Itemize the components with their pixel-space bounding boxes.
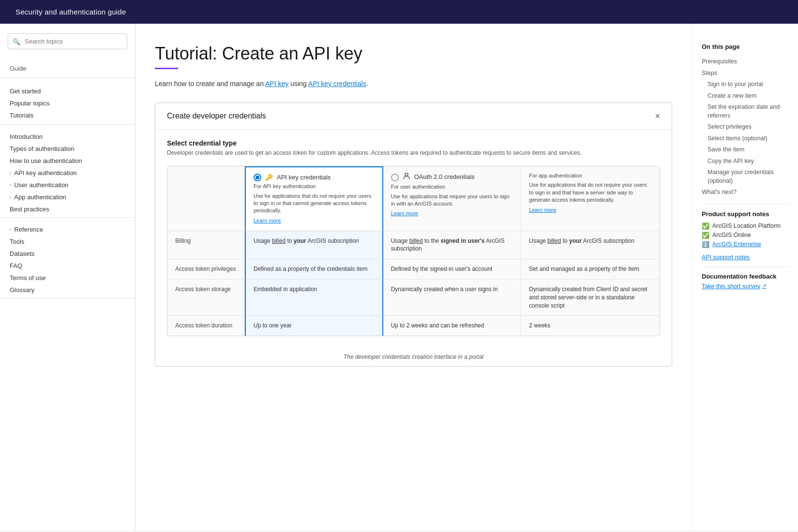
api-key-radio[interactable] [254, 174, 261, 181]
oauth-user-title-row: OAuth 2.0 credentials [391, 172, 513, 182]
oauth-app-learn-more[interactable]: Learn more [529, 207, 556, 213]
toc-sign-in[interactable]: Sign in to your portal [702, 79, 788, 90]
api-key-icon: 🔑 [265, 173, 273, 182]
access-token-priv-api: Defined as a property of the credentials… [245, 259, 383, 280]
access-token-storage-app: Dynamically created from Client ID and s… [521, 280, 660, 316]
toc-prerequisites[interactable]: Prerequisites [702, 56, 788, 68]
chevron-icon: › [10, 194, 11, 200]
api-support-link[interactable]: API support notes [702, 254, 788, 261]
api-key-title-row: 🔑 API key credentials [254, 173, 375, 182]
sidebar-item-tools[interactable]: Tools [0, 236, 135, 248]
select-type-desc: Developer credentials are used to get an… [167, 149, 660, 157]
toc-divider [702, 204, 788, 205]
external-link-icon: ↗ [762, 283, 767, 289]
oauth-user-learn-more[interactable]: Learn more [391, 210, 418, 216]
api-key-col-header: 🔑 API key credentials For API key authen… [245, 166, 383, 231]
sidebar-item-faq[interactable]: FAQ [0, 260, 135, 272]
access-token-priv-app: Set and managed as a property of the ite… [521, 259, 660, 280]
sidebar-item-tutorials[interactable]: Tutorials [0, 109, 135, 121]
check-icon: ✅ [702, 232, 709, 239]
left-sidebar: 🔍 Guide Get started Popular topics Tutor… [0, 24, 136, 531]
oauth-user-icon [403, 172, 410, 182]
feedback-divider [702, 266, 788, 267]
get-started-label: Get started [10, 88, 41, 95]
sidebar-top-nav: Get started Popular topics Tutorials [0, 82, 135, 125]
on-this-page-title: On this page [702, 43, 788, 50]
oauth-app-description: Use for applications that do not require… [529, 181, 652, 204]
sidebar-item-how-to-use[interactable]: How to use authentication [0, 155, 135, 167]
access-token-storage-api: Embedded in application [245, 280, 383, 316]
product-arcgis-location: ✅ ArcGIS Location Platform [702, 222, 788, 231]
toc-manage-creds[interactable]: Manage your credentials (optional) [702, 167, 788, 187]
sidebar-item-popular-topics[interactable]: Popular topics [0, 97, 135, 109]
access-token-storage-label: Access token storage [167, 280, 245, 316]
sidebar-item-api-key-auth[interactable]: › API key authentication [0, 167, 135, 179]
api-key-description: Use for applications that do not require… [254, 192, 375, 215]
right-sidebar: On this page Prerequisites Steps Sign in… [692, 24, 798, 531]
access-token-priv-label: Access token privileges [167, 259, 245, 280]
intro-text: Learn how to create and manage an API ke… [155, 79, 672, 89]
tutorials-label: Tutorials [10, 112, 33, 119]
survey-link[interactable]: Take this short survey ↗ [702, 283, 788, 290]
toc-expiration[interactable]: Set the expiration date and referrers [702, 102, 788, 121]
toc-create-new-item[interactable]: Create a new item [702, 90, 788, 102]
sidebar-item-terms-of-use[interactable]: Terms of use [0, 272, 135, 284]
product-arcgis-enterprise: ℹ️ ArcGIS Enterprise [702, 240, 788, 249]
api-key-credentials-link[interactable]: API key credentials [308, 80, 366, 88]
access-token-storage-user: Dynamically created when a user signs in [383, 280, 522, 316]
toc-copy-api-key[interactable]: Copy the API key [702, 156, 788, 167]
sidebar-item-reference[interactable]: › Reference [0, 223, 135, 236]
access-token-priv-user: Defined by the signed-in user's account [383, 259, 522, 280]
toc-steps[interactable]: Steps [702, 68, 788, 79]
top-header: Security and authentication guide [0, 0, 798, 24]
sidebar-guide-section: Guide [0, 59, 135, 78]
sidebar-item-datasets[interactable]: Datasets [0, 248, 135, 260]
access-token-dur-user: Up to 2 weeks and can be refreshed [383, 316, 522, 336]
credentials-card: Create developer credentials × Select cr… [155, 103, 672, 367]
access-token-dur-label: Access token duration [167, 316, 245, 336]
oauth-app-col-header: For app authentication Use for applicati… [521, 166, 660, 231]
access-token-dur-app: 2 weeks [521, 316, 660, 336]
credentials-grid: 🔑 API key credentials For API key authen… [167, 166, 660, 336]
billing-oauth-app: Usage billed to your ArcGIS subscription [521, 231, 660, 260]
toc-select-items[interactable]: Select items (optional) [702, 133, 788, 145]
api-key-learn-more[interactable]: Learn more [254, 218, 281, 223]
select-type-heading: Select credential type [167, 139, 660, 147]
search-input[interactable] [8, 33, 127, 49]
card-title: Create developer credentials [167, 112, 266, 120]
card-close-button[interactable]: × [655, 112, 660, 120]
doc-feedback-title: Documentation feedback [702, 273, 788, 280]
sidebar-item-types-of-auth[interactable]: Types of authentication [0, 143, 135, 155]
api-key-col-title: API key credentials [277, 173, 331, 182]
billing-oauth-user: Usage billed to the signed in user's Arc… [383, 231, 522, 260]
sidebar-guide-label[interactable]: Guide [0, 62, 135, 75]
toc-select-privileges[interactable]: Select privileges [702, 121, 788, 133]
toc-save-item[interactable]: Save the item [702, 144, 788, 156]
sidebar-item-introduction[interactable]: Introduction [0, 131, 135, 143]
oauth-user-radio[interactable] [391, 174, 399, 181]
access-token-dur-api: Up to one year [245, 316, 383, 336]
info-icon: ℹ️ [702, 241, 709, 248]
search-icon: 🔍 [13, 38, 20, 45]
sidebar-item-user-auth[interactable]: › User authentication [0, 179, 135, 191]
api-key-link[interactable]: API key [265, 80, 288, 88]
billing-api-key: Usage billed to your ArcGIS subscription [245, 231, 383, 260]
product-arcgis-online: ✅ ArcGIS Online [702, 231, 788, 240]
title-underline [155, 68, 178, 69]
chevron-icon: › [10, 227, 11, 232]
oauth-app-auth-type: For app authentication [529, 172, 652, 179]
sidebar-item-best-practices[interactable]: Best practices [0, 203, 135, 215]
billing-label: Billing [167, 231, 245, 260]
toc-whats-next[interactable]: What's next? [702, 187, 788, 198]
card-caption: The developer credentials creation inter… [155, 346, 672, 366]
sidebar-item-glossary[interactable]: Glossary [0, 284, 135, 296]
arcgis-enterprise-link[interactable]: ArcGIS Enterprise [712, 241, 761, 248]
check-icon: ✅ [702, 222, 709, 230]
sidebar-item-get-started[interactable]: Get started [0, 85, 135, 97]
page-title: Tutorial: Create an API key [155, 43, 672, 64]
oauth-user-col-header: OAuth 2.0 credentials For user authentic… [383, 166, 522, 231]
oauth-user-description: Use for applications that require your u… [391, 193, 513, 208]
sidebar-search-container: 🔍 [8, 33, 127, 49]
survey-label: Take this short survey [702, 283, 760, 290]
sidebar-item-app-auth[interactable]: › App authentication [0, 191, 135, 203]
